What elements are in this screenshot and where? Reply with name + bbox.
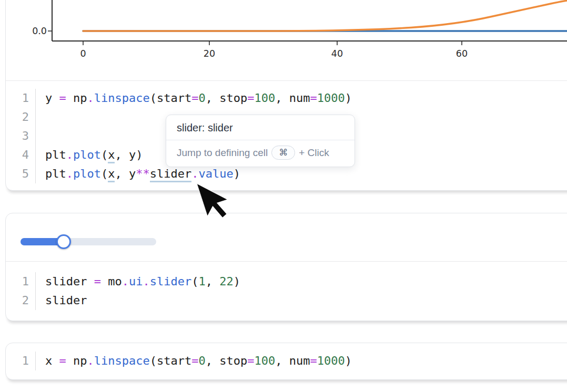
line-number-gutter: 12 — [6, 272, 36, 310]
x-tick-label: 20 — [204, 48, 215, 59]
code-content[interactable]: slider = mo.ui.slider(1, 22)slider — [36, 272, 240, 310]
line-chart: 0.0 0 20 40 60 — [6, 0, 567, 80]
series-orange-curve — [83, 0, 567, 31]
line-number-gutter: 1 — [6, 352, 36, 370]
x-tick-label: 60 — [456, 48, 468, 59]
slider-thumb[interactable] — [56, 234, 71, 249]
matplotlib-output: 0.0 0 20 40 60 — [6, 0, 567, 81]
marimo-notebook: { "plot": { "ytick": "0.0", "xticks": ["… — [0, 0, 567, 392]
line-number-gutter: 12345 — [6, 89, 36, 183]
tooltip-variable-name: slider: slider — [166, 115, 355, 140]
notebook-cell-x: 1 x = np.linspace(start=0, stop=100, num… — [5, 343, 567, 380]
code-content[interactable]: x = np.linspace(start=0, stop=100, num=1… — [36, 352, 352, 370]
code-editor[interactable]: 12 slider = mo.ui.slider(1, 22)slider — [6, 262, 567, 320]
x-tick-label: 0 — [80, 48, 86, 59]
click-hint-label: + Click — [299, 147, 329, 159]
jump-to-defining-cell-action[interactable]: Jump to defining cell ⌘ + Click — [166, 140, 355, 167]
slider-track[interactable] — [21, 238, 156, 245]
slider-widget-output — [6, 213, 567, 262]
notebook-cell-slider: 12 slider = mo.ui.slider(1, 22)slider — [5, 213, 567, 321]
jump-action-label: Jump to defining cell — [177, 147, 268, 159]
variable-hover-tooltip: slider: slider Jump to defining cell ⌘ +… — [166, 115, 355, 167]
command-key-icon: ⌘ — [271, 146, 295, 160]
code-editor[interactable]: 1 x = np.linspace(start=0, stop=100, num… — [6, 343, 567, 379]
y-tick-label: 0.0 — [32, 26, 47, 36]
x-tick-label: 40 — [331, 48, 343, 59]
